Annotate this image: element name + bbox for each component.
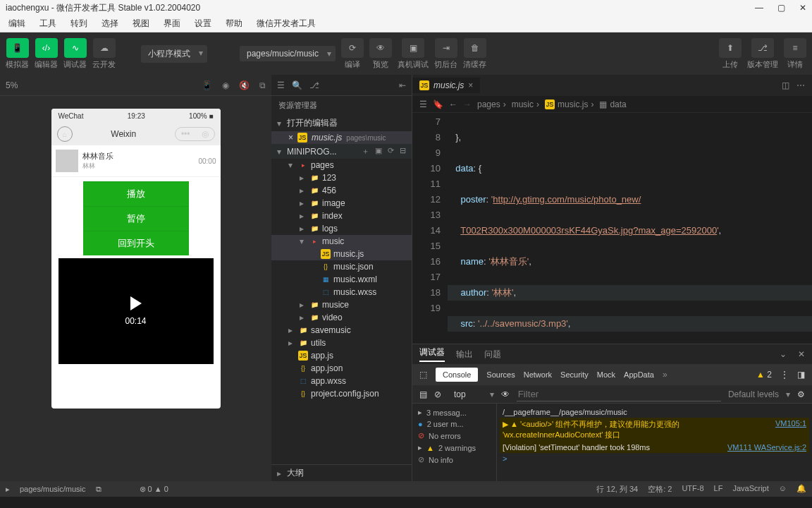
debugger-button[interactable]: ∿ <box>64 38 87 58</box>
tab-output[interactable]: 输出 <box>456 349 473 361</box>
cloud-button[interactable]: ☁ <box>93 38 116 58</box>
outline-header[interactable]: ▸大纲 <box>271 464 412 481</box>
toggle-icon[interactable]: ⇤ <box>399 80 406 90</box>
gear-icon[interactable]: ⚙ <box>797 389 805 399</box>
menu-tools[interactable]: 工具 <box>34 16 62 31</box>
msg-errors[interactable]: ⊘ No errors <box>415 430 493 442</box>
menu-view[interactable]: 视图 <box>127 16 155 31</box>
forward-icon[interactable]: → <box>463 99 472 109</box>
pause-button[interactable]: 暂停 <box>83 206 189 231</box>
file-music-js[interactable]: JSmusic.js <box>271 248 412 260</box>
menu-interface[interactable]: 界面 <box>158 16 186 31</box>
zoom-label[interactable]: 5% <box>6 80 18 90</box>
home-icon[interactable]: ⌂ <box>57 126 73 142</box>
status-lang[interactable]: JavaScript <box>732 484 768 495</box>
minimize-icon[interactable]: — <box>755 3 763 13</box>
menu-goto[interactable]: 转到 <box>65 16 93 31</box>
levels-select[interactable]: Default levels <box>728 389 779 399</box>
compile-button[interactable]: ⟳ <box>341 38 364 58</box>
status-encoding[interactable]: UTF-8 <box>682 484 703 495</box>
tab-debug[interactable]: 调试器 <box>419 346 445 362</box>
video-player[interactable]: 00:14 <box>59 258 214 364</box>
bc-music[interactable]: music › <box>512 99 539 109</box>
network-tab[interactable]: Network <box>524 370 552 379</box>
preview-button[interactable]: 👁 <box>369 38 392 58</box>
folder-music[interactable]: ▾▸music <box>271 235 412 248</box>
play-icon[interactable] <box>130 296 142 310</box>
new-folder-icon[interactable]: ▣ <box>375 146 382 157</box>
context-select[interactable]: top <box>448 388 483 401</box>
folder-image[interactable]: ▸📁image <box>271 197 412 210</box>
folder-video[interactable]: ▸📁video <box>271 311 412 324</box>
file-music-wxss[interactable]: ⬚music.wxss <box>271 286 412 298</box>
msg-warnings[interactable]: ▸ ▲ 2 warnings <box>415 442 493 454</box>
open-editor-item[interactable]: × JS music.js pages\music <box>271 131 412 144</box>
status-eol[interactable]: LF <box>714 484 723 495</box>
menu-wxdevtools[interactable]: 微信开发者工具 <box>251 16 321 31</box>
bc-file[interactable]: JS music.js › <box>545 99 593 109</box>
open-editors-header[interactable]: ▾打开的编辑器 <box>271 115 412 131</box>
close-tab-icon[interactable]: × <box>468 80 473 90</box>
simulator-button[interactable]: 📱 <box>6 38 29 58</box>
dock-icon[interactable]: ◨ <box>797 370 805 380</box>
toc-icon[interactable]: ☰ <box>419 99 427 109</box>
file-app-wxss[interactable]: ⬚app.wxss <box>271 375 412 387</box>
copy-path-icon[interactable]: ⧉ <box>96 485 102 494</box>
folder-musice[interactable]: ▸📁musice <box>271 298 412 311</box>
bc-pages[interactable]: pages › <box>477 99 506 109</box>
menu-dots-icon[interactable]: ••• <box>176 128 196 140</box>
folder-456[interactable]: ▸📁456 <box>271 184 412 197</box>
appdata-tab[interactable]: AppData <box>624 370 654 379</box>
close-icon[interactable]: ✕ <box>799 3 806 13</box>
clear-icon[interactable]: ⊘ <box>434 389 441 399</box>
explorer-icon[interactable]: ☰ <box>277 80 285 90</box>
bookmark-icon[interactable]: 🔖 <box>433 99 443 109</box>
background-button[interactable]: ⇥ <box>435 38 457 58</box>
file-app-json[interactable]: {}app.json <box>271 362 412 375</box>
status-path[interactable]: pages/music/music <box>20 485 86 493</box>
tab-problems[interactable]: 问题 <box>484 349 501 361</box>
msg-user[interactable]: ● 2 user m... <box>415 418 493 430</box>
mute-icon[interactable]: 🔇 <box>239 80 250 90</box>
editor-button[interactable]: ‹/› <box>35 38 58 58</box>
overflow-icon[interactable]: » <box>663 370 668 380</box>
close-file-icon[interactable]: × <box>288 133 293 143</box>
folder-index[interactable]: ▸📁index <box>271 210 412 222</box>
new-file-icon[interactable]: ＋ <box>362 146 369 157</box>
code-content[interactable]: }, data: { poster: 'http://y.gtimg.com/m… <box>448 113 812 344</box>
file-music-wxml[interactable]: ▦music.wxml <box>271 273 412 286</box>
console-prompt[interactable]: > <box>500 453 809 464</box>
path-dropdown[interactable]: pages/music/music <box>240 46 336 61</box>
bc-data[interactable]: ▦ data <box>599 99 626 109</box>
menu-settings[interactable]: 设置 <box>189 16 217 31</box>
search-icon[interactable]: 🔍 <box>292 80 302 90</box>
file-music-json[interactable]: {}music.json <box>271 260 412 273</box>
inspect-icon[interactable]: ⬚ <box>419 370 427 380</box>
status-position[interactable]: 行 12, 列 34 <box>596 484 638 495</box>
sources-tab[interactable]: Sources <box>486 370 515 379</box>
device-icon[interactable]: 📱 <box>202 80 212 90</box>
rewind-button[interactable]: 回到开头 <box>83 231 189 255</box>
msg-info[interactable]: ⊘ No info <box>415 454 493 466</box>
filter-input[interactable] <box>517 387 721 401</box>
settings-icon[interactable]: ⋮ <box>780 370 789 380</box>
folder-logs[interactable]: ▸📁logs <box>271 222 412 235</box>
status-spaces[interactable]: 空格: 2 <box>648 484 672 495</box>
bell-icon[interactable]: 🔔 <box>796 484 806 495</box>
sidebar-toggle-icon[interactable]: ▤ <box>419 389 427 399</box>
feedback-icon[interactable]: ☺ <box>779 484 787 495</box>
refresh-icon[interactable]: ⟳ <box>388 146 394 157</box>
audio-thumbnail[interactable] <box>56 150 78 172</box>
version-button[interactable]: ⎇ <box>751 38 774 58</box>
file-app-js[interactable]: JSapp.js <box>271 349 412 362</box>
menu-edit[interactable]: 编辑 <box>3 16 31 31</box>
folder-123[interactable]: ▸📁123 <box>271 171 412 184</box>
console-collapse-icon[interactable]: ⌄ <box>780 349 787 359</box>
detail-button[interactable]: ≡ <box>784 38 806 58</box>
target-icon[interactable]: ◎ <box>196 128 214 140</box>
console-log[interactable]: /__pageframe__/pages/music/music ▶ ▲ '<a… <box>497 404 812 481</box>
eye-icon[interactable]: 👁 <box>501 389 510 399</box>
project-header[interactable]: ▾MINIPROG... ＋▣⟳⊟ <box>271 144 412 159</box>
security-tab[interactable]: Security <box>560 370 589 379</box>
more-icon[interactable]: ⋯ <box>796 80 805 90</box>
